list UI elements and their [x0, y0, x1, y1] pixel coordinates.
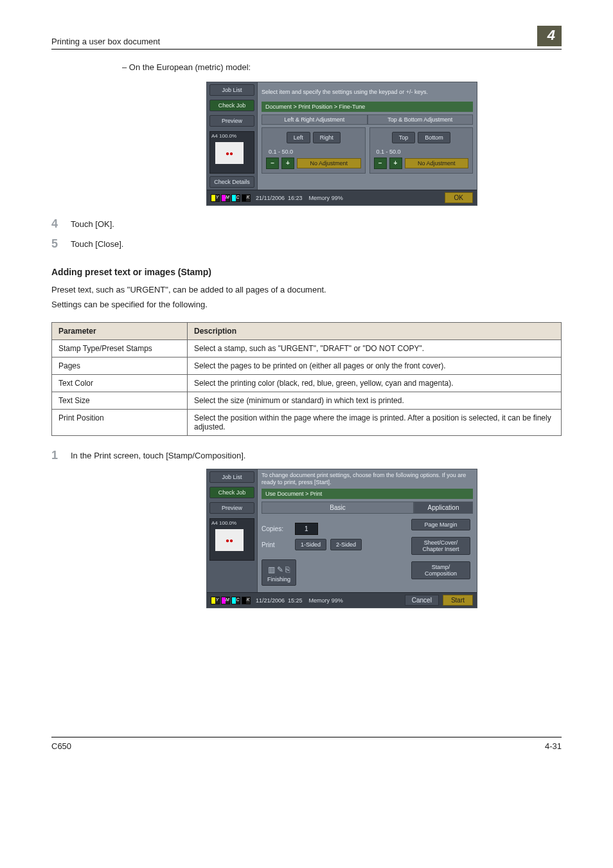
footer-left: C650: [51, 741, 71, 751]
table-row: Print PositionSelect the position within…: [52, 410, 562, 436]
breadcrumb: Document > Print Position > Fine-Tune: [262, 102, 473, 112]
no-adjustment-lr[interactable]: No Adjustment: [297, 158, 361, 168]
tab-application[interactable]: Application: [414, 502, 473, 514]
fine-tune-panel: Job List Check Job Preview A4 100.0% ●● …: [206, 82, 477, 206]
step-text: Touch [OK].: [71, 217, 562, 231]
range-left: 0.1 - 50.0: [269, 149, 361, 155]
step-number: 1: [51, 449, 71, 462]
step-text: In the Print screen, touch [Stamp/Compos…: [71, 449, 562, 462]
finishing-button[interactable]: ▥ ✎ ⎘ Finishing: [262, 559, 296, 586]
status-memory-pct: 99%: [332, 597, 343, 604]
check-details-button[interactable]: Check Details: [209, 176, 254, 188]
chapter-number: 4: [537, 26, 562, 46]
start-button[interactable]: Start: [443, 595, 473, 606]
check-job-tab[interactable]: Check Job: [209, 100, 254, 111]
toner-levels: Y M C K: [211, 597, 251, 604]
status-time: 16:23: [288, 195, 303, 201]
ok-button[interactable]: OK: [445, 192, 473, 203]
print-label: Print: [262, 541, 291, 548]
job-list-button[interactable]: Job List: [209, 84, 254, 96]
toner-levels: Y M C K: [211, 194, 251, 202]
top-bottom-header: Top & Bottom Adjustment: [368, 114, 474, 125]
two-sided-button[interactable]: 2-Sided: [330, 539, 362, 550]
status-memory-label: Memory: [309, 195, 330, 201]
table-header-parameter: Parameter: [52, 323, 188, 340]
cancel-button[interactable]: Cancel: [405, 595, 439, 606]
plus-button-lr[interactable]: +: [281, 158, 294, 169]
table-row: Text ColorSelect the printing color (bla…: [52, 375, 562, 392]
check-job-tab[interactable]: Check Job: [209, 487, 254, 498]
stamp-composition-button[interactable]: Stamp/ Composition: [411, 561, 470, 579]
intro-dash-line: – On the European (metric) model:: [122, 62, 562, 72]
preview-info: A4 100.0%: [211, 133, 236, 139]
minus-button-lr[interactable]: –: [266, 158, 279, 169]
stamp-heading: Adding preset text or images (Stamp): [51, 267, 562, 277]
left-right-header: Left & Right Adjustment: [262, 114, 368, 125]
status-date: 11/21/2006: [256, 597, 285, 604]
sheet-cover-button[interactable]: Sheet/Cover/ Chapter Insert: [411, 537, 470, 555]
right-button[interactable]: Right: [313, 132, 341, 143]
breadcrumb: Use Document > Print: [262, 489, 473, 499]
preview-button[interactable]: Preview: [209, 502, 254, 514]
status-date: 21/11/2006: [256, 195, 285, 201]
status-memory-pct: 99%: [332, 195, 343, 201]
status-time: 15:25: [288, 597, 303, 604]
stamp-parameter-table: Parameter Description Stamp Type/Preset …: [51, 322, 562, 436]
preview-thumbnail: A4 100.0% ●●: [209, 131, 254, 174]
table-row: Stamp Type/Preset StampsSelect a stamp, …: [52, 340, 562, 357]
preview-button[interactable]: Preview: [209, 115, 254, 127]
step-text: Touch [Close].: [71, 237, 562, 251]
tab-basic[interactable]: Basic: [262, 502, 414, 514]
help-text: Select item and specify the settings usi…: [262, 85, 473, 99]
table-row: Text SizeSelect the size (minimum or sta…: [52, 392, 562, 410]
page-header-title: Printing a user box document: [51, 37, 160, 46]
step-number: 4: [51, 217, 71, 231]
print-settings-panel: Job List Check Job Preview A4 100.0% ●● …: [206, 469, 477, 608]
footer-right: 4-31: [545, 741, 562, 751]
top-button[interactable]: Top: [392, 132, 416, 143]
stamp-p1: Preset text, such as "URGENT", can be ad…: [51, 285, 562, 294]
help-text: To change document print settings, choos…: [262, 472, 473, 486]
status-memory-label: Memory: [309, 597, 330, 604]
left-button[interactable]: Left: [287, 132, 310, 143]
table-row: PagesSelect the pages to be printed on (…: [52, 357, 562, 375]
range-top: 0.1 - 50.0: [377, 149, 469, 155]
plus-button-tb[interactable]: +: [389, 158, 402, 169]
no-adjustment-tb[interactable]: No Adjustment: [405, 158, 469, 168]
preview-info: A4 100.0%: [211, 520, 236, 526]
one-sided-button[interactable]: 1-Sided: [295, 539, 326, 550]
preview-thumbnail: A4 100.0% ●●: [209, 518, 254, 561]
stamp-p2: Settings can be specified for the follow…: [51, 300, 562, 309]
bottom-button[interactable]: Bottom: [418, 132, 450, 143]
copies-value[interactable]: 1: [295, 523, 318, 535]
step-number: 5: [51, 237, 71, 251]
table-header-description: Description: [188, 323, 562, 340]
copies-label: Copies:: [262, 525, 291, 532]
page-margin-button[interactable]: Page Margin: [411, 519, 470, 530]
job-list-button[interactable]: Job List: [209, 471, 254, 483]
minus-button-tb[interactable]: –: [374, 158, 387, 169]
finishing-icons: ▥ ✎ ⎘: [267, 565, 290, 574]
